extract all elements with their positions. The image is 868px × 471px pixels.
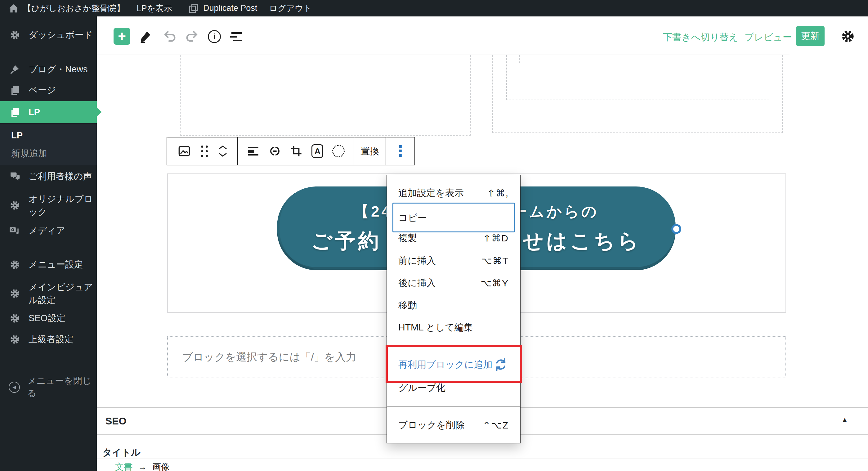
admin-bar: 【ひがしおおさか整骨院】 LPを表示 Duplicate Post ログアウト xyxy=(0,0,868,17)
duplicate-post-link[interactable]: Duplicate Post xyxy=(188,3,257,14)
info-icon[interactable]: i xyxy=(208,30,221,43)
gear-icon xyxy=(9,200,21,211)
gear-icon xyxy=(9,30,21,40)
sidebar-item-pages[interactable]: ページ xyxy=(0,81,97,100)
replace-button[interactable]: 置換 xyxy=(361,145,379,158)
shortcut: ⇧⌘D xyxy=(483,233,509,244)
preview-link[interactable]: プレビュー xyxy=(745,31,792,44)
breadcrumb-document[interactable]: 文書 xyxy=(115,461,132,471)
admin-sidebar: ダッシュボード ブログ・News ページ LP LP 新規追加 ご利用者様の声 … xyxy=(0,17,97,471)
crop-icon[interactable] xyxy=(290,145,303,157)
drag-handle[interactable] xyxy=(201,146,208,157)
block-options-menu: 追加設定を表示 ⇧⌘, コピー 複製 ⇧⌘D 前に挿入 ⌥⌘T 後に挿入 ⌥⌘Y… xyxy=(386,175,521,443)
block-breadcrumb: 文書 → 画像 xyxy=(115,461,170,471)
options-menu-button[interactable]: ⋮ xyxy=(393,145,408,157)
submenu-item-lp[interactable]: LP xyxy=(0,126,97,145)
menu-item-show-more-settings[interactable]: 追加設定を表示 ⇧⌘, xyxy=(387,182,520,204)
sidebar-item-seo-settings[interactable]: SEO設定 xyxy=(0,309,97,328)
active-menu-arrow xyxy=(97,108,102,116)
annotation-highlight-box xyxy=(385,345,522,383)
home-icon xyxy=(9,4,19,13)
duplicate-post-icon xyxy=(188,3,199,14)
gear-icon xyxy=(9,313,21,324)
paragraph-placeholder-text: ブロックを選択するには「/」を入力 xyxy=(182,350,356,364)
pushpin-icon xyxy=(9,65,21,74)
shortcut: ⌥⌘T xyxy=(481,255,509,266)
menu-item-insert-after[interactable]: 後に挿入 ⌥⌘Y xyxy=(387,272,520,294)
collapse-arrow-icon[interactable]: ▲ xyxy=(841,416,848,424)
add-block-button[interactable]: + xyxy=(114,28,130,45)
sidebar-item-dashboard[interactable]: ダッシュボード xyxy=(0,26,97,44)
admin-bar-site[interactable]: 【ひがしおおさか整骨院】 xyxy=(9,3,125,14)
redo-icon[interactable] xyxy=(185,30,199,42)
menu-item-copy[interactable]: コピー xyxy=(387,207,520,229)
sidebar-item-blog-news[interactable]: ブログ・News xyxy=(0,60,97,79)
submenu-item-add-new[interactable]: 新規追加 xyxy=(0,144,97,163)
image-block-icon[interactable] xyxy=(178,144,191,158)
collapse-arrow-icon: ◀ xyxy=(9,382,20,393)
sidebar-item-advanced-settings[interactable]: 上級者設定 xyxy=(0,330,97,349)
settings-gear-icon[interactable] xyxy=(841,29,855,43)
resize-handle[interactable] xyxy=(671,224,681,234)
move-up-down-buttons[interactable] xyxy=(218,146,227,157)
comments-icon xyxy=(9,171,21,182)
view-lp-link[interactable]: LPを表示 xyxy=(136,3,172,14)
logout-link[interactable]: ログアウト xyxy=(269,3,312,14)
update-button[interactable]: 更新 xyxy=(796,26,825,46)
block-toolbar: A 置換 ⋮ xyxy=(166,137,415,165)
switch-to-draft-link[interactable]: 下書きへ切り替え xyxy=(663,31,738,44)
menu-separator xyxy=(387,406,520,406)
menu-item-move[interactable]: 移動 xyxy=(387,294,520,316)
gear-icon xyxy=(9,288,21,299)
link-icon[interactable] xyxy=(268,145,281,158)
sidebar-item-lp[interactable]: LP xyxy=(0,101,97,123)
empty-block-left-column[interactable] xyxy=(180,55,471,135)
undo-icon[interactable] xyxy=(162,30,177,42)
breadcrumb-arrow-icon: → xyxy=(138,462,147,471)
breadcrumb-current[interactable]: 画像 xyxy=(152,461,170,471)
empty-block-right-innermost[interactable] xyxy=(519,55,756,63)
pages-icon xyxy=(9,107,21,118)
title-field-label: タイトル xyxy=(102,446,141,459)
menu-item-edit-as-html[interactable]: HTML として編集 xyxy=(387,316,520,339)
gear-icon xyxy=(9,259,21,270)
align-icon[interactable] xyxy=(247,145,259,157)
list-view-icon[interactable] xyxy=(230,31,243,42)
gear-icon xyxy=(9,334,21,345)
sidebar-collapse-menu[interactable]: ◀ メニューを閉じる xyxy=(0,378,97,397)
media-icon xyxy=(9,226,21,236)
sidebar-item-menu-settings[interactable]: メニュー設定 xyxy=(0,255,97,274)
sidebar-item-main-visual-settings[interactable]: メインビジュアル設定 xyxy=(0,278,97,309)
sidebar-item-media[interactable]: メディア xyxy=(0,222,97,240)
pages-icon xyxy=(9,85,21,96)
menu-item-duplicate[interactable]: 複製 ⇧⌘D xyxy=(387,227,520,249)
seo-panel-label: SEO xyxy=(105,415,127,427)
menu-item-insert-before[interactable]: 前に挿入 ⌥⌘T xyxy=(387,249,520,272)
sidebar-item-original-block[interactable]: オリジナルブロック xyxy=(0,190,97,221)
text-overlay-icon[interactable]: A xyxy=(311,144,323,158)
edit-tool-icon[interactable] xyxy=(138,29,153,43)
shortcut: ⇧⌘, xyxy=(487,188,509,198)
shortcut: ⌃⌥Z xyxy=(483,420,509,431)
duotone-filter-icon[interactable] xyxy=(332,145,345,157)
sidebar-item-user-voice[interactable]: ご利用者様の声 xyxy=(0,167,97,186)
shortcut: ⌥⌘Y xyxy=(480,278,509,288)
menu-item-remove-block[interactable]: ブロックを削除 ⌃⌥Z xyxy=(387,414,520,436)
divider xyxy=(97,459,868,459)
